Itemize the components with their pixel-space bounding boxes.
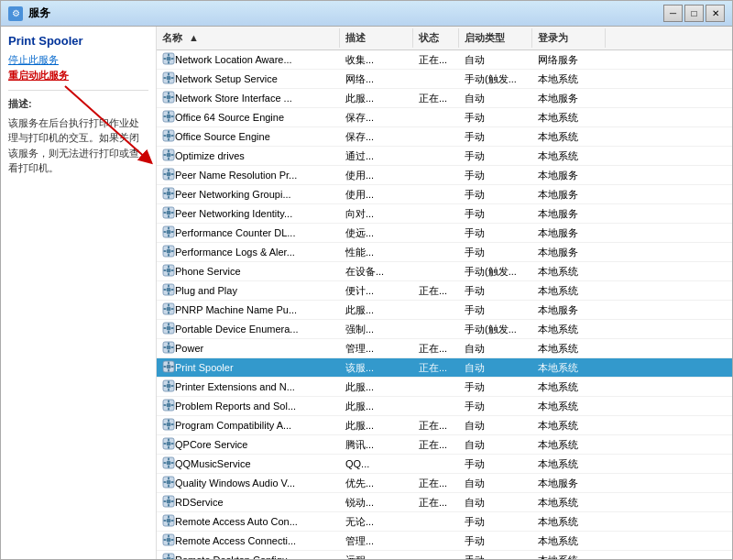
svg-rect-78 bbox=[164, 289, 167, 291]
table-row[interactable]: QQMusicServiceQQ...手动本地系统 bbox=[157, 455, 732, 474]
col-startup[interactable]: 启动类型 bbox=[459, 28, 532, 48]
service-status bbox=[413, 147, 459, 165]
service-desc: 管理... bbox=[340, 339, 413, 357]
table-row[interactable]: Office 64 Source Engine保存...手动本地系统 bbox=[157, 108, 732, 127]
svg-rect-59 bbox=[168, 235, 170, 237]
service-name: Power bbox=[175, 343, 203, 354]
service-status bbox=[413, 166, 459, 184]
service-name-cell: RDService bbox=[157, 493, 340, 511]
service-startup: 手动 bbox=[459, 455, 532, 473]
table-row[interactable]: Printer Extensions and N...此服...手动本地系统 bbox=[157, 378, 732, 397]
content-area: Print Spooler 停止此服务 重启动此服务 描述: 该服务在后台执行打… bbox=[1, 27, 732, 559]
service-startup: 手动(触发... bbox=[459, 262, 532, 280]
service-desc: 此服... bbox=[340, 378, 413, 396]
table-row[interactable]: Network Setup Service网络...手动(触发...本地系统 bbox=[157, 70, 732, 89]
svg-rect-42 bbox=[164, 173, 167, 175]
service-login: 本地系统 bbox=[532, 455, 606, 473]
service-desc: 使远... bbox=[340, 224, 413, 242]
svg-rect-13 bbox=[171, 77, 174, 79]
service-status: 正在... bbox=[413, 358, 459, 377]
col-status[interactable]: 状态 bbox=[413, 28, 459, 48]
service-name: Quality Windows Audio V... bbox=[175, 478, 295, 489]
service-login: 本地系统 bbox=[532, 435, 606, 454]
table-row[interactable]: Office Source Engine保存...手动本地系统 bbox=[157, 127, 732, 147]
svg-rect-29 bbox=[168, 138, 170, 141]
table-row[interactable]: Problem Reports and Sol...此服...手动本地系统 bbox=[157, 397, 732, 416]
service-name: Performance Counter DL... bbox=[175, 227, 295, 238]
service-startup: 手动 bbox=[459, 532, 532, 550]
service-status bbox=[413, 243, 459, 261]
table-row[interactable]: Peer Networking Groupi...使用...手动本地服务 bbox=[157, 185, 732, 204]
svg-rect-88 bbox=[168, 324, 170, 326]
table-row[interactable]: Peer Name Resolution Pr...使用...手动本地服务 bbox=[157, 166, 732, 185]
close-button[interactable]: ✕ bbox=[706, 5, 725, 22]
table-row[interactable]: Portable Device Enumera...强制...手动(触发...本… bbox=[157, 320, 732, 339]
service-desc: 保存... bbox=[340, 108, 413, 126]
title-controls: ─ □ ✕ bbox=[663, 5, 725, 22]
col-desc[interactable]: 描述 bbox=[340, 28, 413, 48]
svg-rect-6 bbox=[164, 58, 167, 60]
minimize-button[interactable]: ─ bbox=[663, 5, 683, 22]
service-status bbox=[413, 455, 459, 473]
stop-service-link[interactable]: 停止此服务 bbox=[8, 53, 148, 67]
table-row[interactable]: PNRP Machine Name Pu...此服...手动本地服务 bbox=[157, 301, 732, 320]
table-row[interactable]: Phone Service在设备...手动(触发...本地系统 bbox=[157, 262, 732, 281]
restart-service-link[interactable]: 重启动此服务 bbox=[8, 69, 148, 82]
svg-rect-157 bbox=[171, 539, 174, 541]
service-icon bbox=[162, 110, 175, 125]
table-body[interactable]: Network Location Aware...收集...正在...自动网络服… bbox=[157, 50, 732, 559]
svg-rect-46 bbox=[168, 189, 170, 192]
table-row[interactable]: Remote Access Connecti...管理...手动本地系统 bbox=[157, 532, 732, 551]
window-title: 服务 bbox=[28, 5, 50, 21]
maximize-button[interactable]: □ bbox=[684, 5, 704, 22]
table-row[interactable]: Remote Desktop Configu...远程...手动本地系统 bbox=[157, 551, 732, 559]
svg-rect-154 bbox=[168, 535, 170, 538]
table-row[interactable]: Quality Windows Audio V...优先...正在...自动本地… bbox=[157, 474, 732, 493]
table-row[interactable]: QPCore Service腾讯...正在...自动本地系统 bbox=[157, 435, 732, 455]
table-row[interactable]: RDService锐动...正在...自动本地系统 bbox=[157, 493, 732, 512]
svg-rect-84 bbox=[164, 308, 167, 310]
table-row[interactable]: Network Store Interface ...此服...正在...自动本… bbox=[157, 89, 732, 108]
svg-rect-113 bbox=[168, 408, 170, 411]
service-name-cell: Peer Networking Groupi... bbox=[157, 185, 340, 203]
service-icon bbox=[162, 264, 175, 279]
svg-rect-137 bbox=[168, 485, 170, 488]
svg-rect-91 bbox=[171, 327, 174, 329]
svg-rect-72 bbox=[164, 269, 167, 271]
table-row[interactable]: Power管理...正在...自动本地系统 bbox=[157, 339, 732, 358]
services-window: ⚙ 服务 ─ □ ✕ Print Spooler 停止此服务 重启动此服务 描述… bbox=[0, 0, 733, 560]
service-name: Problem Reports and Sol... bbox=[175, 401, 296, 412]
service-name-cell: Plug and Play bbox=[157, 281, 340, 300]
svg-rect-11 bbox=[168, 81, 170, 83]
table-row[interactable]: Remote Access Auto Con...无论...手动本地系统 bbox=[157, 512, 732, 532]
svg-rect-83 bbox=[168, 312, 170, 314]
service-startup: 自动 bbox=[459, 50, 532, 69]
service-login: 本地系统 bbox=[532, 108, 606, 126]
table-row[interactable]: Program Compatibility A...此服...正在...自动本地… bbox=[157, 416, 732, 435]
service-status bbox=[413, 185, 459, 203]
table-row[interactable]: Plug and Play便计...正在...手动本地系统 bbox=[157, 281, 732, 301]
col-login[interactable]: 登录为 bbox=[532, 28, 606, 48]
table-row[interactable]: Performance Counter DL...使远...手动本地服务 bbox=[157, 224, 732, 243]
service-login: 本地系统 bbox=[532, 358, 606, 377]
svg-rect-23 bbox=[168, 119, 170, 122]
service-name: Optimize drives bbox=[175, 150, 245, 161]
col-name[interactable]: 名称 ▲ bbox=[157, 28, 340, 48]
service-startup: 手动 bbox=[459, 147, 532, 165]
svg-rect-150 bbox=[164, 520, 167, 522]
left-panel-links: 停止此服务 重启动此服务 bbox=[8, 53, 148, 82]
service-desc: 通过... bbox=[340, 147, 413, 165]
svg-rect-94 bbox=[168, 343, 170, 346]
table-row[interactable]: Optimize drives通过...手动本地系统 bbox=[157, 147, 732, 166]
service-name-cell: Peer Name Resolution Pr... bbox=[157, 166, 340, 184]
service-status bbox=[413, 378, 459, 396]
service-icon bbox=[162, 399, 175, 413]
service-login: 本地系统 bbox=[532, 551, 606, 559]
svg-rect-34 bbox=[168, 150, 170, 153]
service-desc: 腾讯... bbox=[340, 435, 413, 454]
table-row[interactable]: Network Location Aware...收集...正在...自动网络服… bbox=[157, 50, 732, 70]
table-row[interactable]: Peer Networking Identity...向对...手动本地服务 bbox=[157, 204, 732, 224]
table-row[interactable]: Print Spooler该服...正在...自动本地系统 bbox=[157, 358, 732, 378]
svg-point-57 bbox=[167, 230, 171, 235]
table-row[interactable]: Performance Logs & Aler...性能...手动本地服务 bbox=[157, 243, 732, 262]
